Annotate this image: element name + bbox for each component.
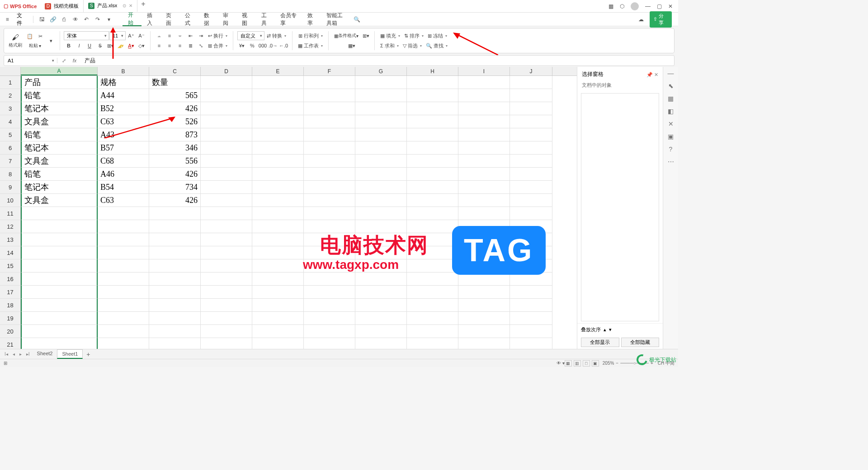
cell[interactable] (21, 246, 98, 259)
row-header[interactable]: 13 (0, 233, 21, 246)
cell[interactable] (458, 115, 510, 128)
cell[interactable] (252, 155, 304, 168)
fill-color-icon[interactable]: ◢▾ (116, 41, 126, 50)
row-header[interactable]: 17 (0, 286, 21, 299)
cell[interactable] (304, 155, 355, 168)
cell[interactable]: 产品 (21, 76, 98, 89)
undo-icon[interactable]: ↶ (82, 14, 91, 24)
align-middle-icon[interactable]: ≡ (165, 31, 175, 40)
cell[interactable] (510, 76, 552, 89)
cell[interactable] (458, 194, 510, 207)
ribbon-tab-公式[interactable]: 公式 (179, 13, 198, 26)
cell[interactable] (201, 246, 252, 259)
link-icon[interactable]: 🔗 (48, 14, 58, 24)
select-all-corner[interactable] (0, 67, 21, 75)
cell[interactable] (510, 181, 552, 194)
cell[interactable] (21, 233, 98, 246)
row-header[interactable]: 4 (0, 115, 21, 128)
cell[interactable]: B52 (98, 102, 149, 115)
cell[interactable] (252, 220, 304, 233)
table-style-icon[interactable]: ▦▾ (347, 41, 357, 50)
cell[interactable]: A44 (98, 89, 149, 102)
cell[interactable] (407, 207, 458, 220)
cell[interactable] (201, 325, 252, 338)
cell[interactable] (458, 128, 510, 141)
increase-font-icon[interactable]: A⁺ (126, 31, 136, 40)
cell[interactable] (21, 299, 98, 312)
fill-button[interactable]: ▦填充 (378, 31, 402, 40)
indent-inc-icon[interactable]: ⇥ (196, 31, 206, 40)
format-brush-button[interactable]: 🖌格式刷 (7, 33, 24, 49)
cell[interactable] (355, 207, 407, 220)
cell[interactable] (458, 312, 510, 325)
cell[interactable] (98, 338, 149, 349)
cell[interactable] (355, 338, 407, 349)
paste-button[interactable]: 粘贴▾ (27, 42, 43, 50)
search-icon[interactable]: 🔍 (352, 14, 362, 24)
ribbon-tab-数据[interactable]: 数据 (198, 13, 217, 26)
cell[interactable]: 笔记本 (21, 102, 98, 115)
strike-icon[interactable]: S̶ (95, 41, 105, 50)
cell[interactable] (149, 273, 201, 286)
row-header[interactable]: 8 (0, 168, 21, 181)
menu-hamburger-icon[interactable]: ≡ (3, 14, 12, 24)
move-down-icon[interactable]: ▾ (609, 327, 612, 333)
convert-button[interactable]: ⇄转换 (265, 31, 288, 40)
font-name-select[interactable]: 宋体 (64, 31, 109, 40)
italic-icon[interactable]: I (74, 41, 84, 50)
collapse-rail-icon[interactable]: — (668, 70, 674, 77)
cell[interactable] (201, 141, 252, 155)
add-sheet-button[interactable]: + (84, 351, 93, 358)
cell[interactable] (149, 312, 201, 325)
cell[interactable]: 426 (149, 194, 201, 207)
ribbon-tab-审阅[interactable]: 审阅 (217, 13, 236, 26)
cell[interactable] (149, 233, 201, 246)
cell[interactable] (252, 141, 304, 155)
col-header-C[interactable]: C (149, 67, 201, 75)
cell[interactable] (407, 181, 458, 194)
cell[interactable]: 笔记本 (21, 181, 98, 194)
cell[interactable] (98, 246, 149, 259)
zoom-out-icon[interactable]: − (616, 361, 618, 366)
cell[interactable] (407, 155, 458, 168)
zoom-value[interactable]: 205% (603, 361, 614, 366)
cell[interactable] (510, 312, 552, 325)
cell[interactable] (252, 233, 304, 246)
cell[interactable] (252, 102, 304, 115)
styles-icon[interactable]: ⊞▾ (361, 31, 371, 40)
rail-layout-icon[interactable]: ▣ (668, 133, 674, 140)
cell[interactable] (98, 325, 149, 338)
cell[interactable] (407, 115, 458, 128)
avatar[interactable] (631, 2, 639, 10)
minimize-icon[interactable]: — (645, 3, 651, 9)
orientation-icon[interactable]: ⤡ (196, 41, 206, 50)
cell[interactable] (201, 312, 252, 325)
cell[interactable] (458, 102, 510, 115)
next-sheet-icon[interactable]: ▸ (18, 352, 24, 357)
cell[interactable] (407, 102, 458, 115)
cell[interactable] (201, 76, 252, 89)
cell[interactable] (201, 102, 252, 115)
cell[interactable] (201, 233, 252, 246)
cell[interactable] (98, 286, 149, 299)
cloud-icon[interactable]: ☁ (636, 14, 646, 24)
col-header-I[interactable]: I (458, 67, 510, 75)
sum-button[interactable]: Σ求和 (378, 41, 401, 50)
row-header[interactable]: 6 (0, 141, 21, 155)
col-header-D[interactable]: D (201, 67, 252, 75)
sort-button[interactable]: ⇅排序 (402, 31, 425, 40)
cell[interactable] (407, 286, 458, 299)
cell[interactable] (252, 89, 304, 102)
cell[interactable]: 526 (149, 115, 201, 128)
cell[interactable] (252, 181, 304, 194)
cell[interactable] (149, 325, 201, 338)
add-tab-button[interactable]: + (137, 0, 149, 12)
cell[interactable] (201, 115, 252, 128)
cell[interactable] (252, 76, 304, 89)
preview-icon[interactable]: 👁 (71, 14, 80, 24)
cell[interactable] (201, 194, 252, 207)
cell[interactable] (252, 168, 304, 181)
cell[interactable] (252, 325, 304, 338)
ribbon-tab-视图[interactable]: 视图 (236, 13, 255, 26)
save-icon[interactable]: 🖫 (37, 14, 47, 24)
